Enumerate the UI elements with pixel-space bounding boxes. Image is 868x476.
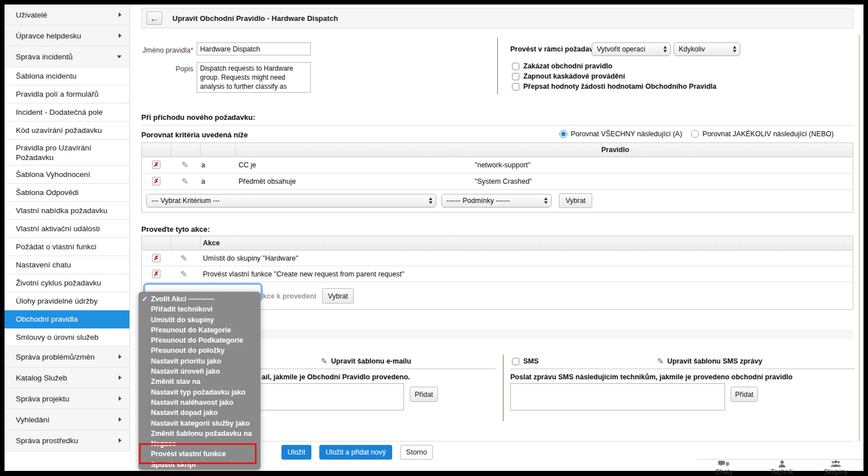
sidebar-item-label: Šablona Odpovědi <box>16 188 79 197</box>
criteria-picker-row: --- Vybrat Kritérium --- ------ Podmínky… <box>142 190 853 212</box>
menu-item-set-level[interactable]: Nastavit úroveň jako <box>138 366 261 377</box>
incoming-request-heading: Při příchodu nového požadavku: <box>141 113 255 122</box>
checkbox[interactable] <box>512 358 519 365</box>
rule-name-input[interactable] <box>197 42 311 55</box>
sidebar-group-sprava-prostredku[interactable]: Správa prostředku <box>5 430 129 451</box>
menu-item-change-template[interactable]: Změnit šablonu požadavku na <box>138 429 261 439</box>
menu-item-label: Nastavit prioritu jako <box>151 357 221 365</box>
delete-row-icon[interactable]: ✗ <box>152 270 160 278</box>
sidebar-item-pravidla-uzavirani[interactable]: Pravidla pro Uzavírání Požadavku <box>5 140 129 166</box>
menu-item-label: Změnit stav na <box>151 378 201 386</box>
menu-item-set-urgency[interactable]: Nastavit naléhavost jako <box>138 397 261 408</box>
menu-item-choose-action[interactable]: ✓Zvolit Akci ----------- <box>138 294 261 304</box>
sidebar-group-uzivatele[interactable]: Uživatelé <box>5 5 129 25</box>
menu-item-set-impact[interactable]: Nastavit dopad jako <box>138 408 261 418</box>
edit-row-icon[interactable]: ✎ <box>181 160 189 170</box>
sms-technicians-textarea[interactable] <box>510 383 725 410</box>
sidebar-item-label: Kód uzavírání požadavku <box>16 126 102 135</box>
statusbar-technician[interactable]: Technik <box>763 460 801 476</box>
statusbar-groups[interactable]: Skupiny <box>817 460 854 476</box>
match-mode-radios: Porovnat VŠECHNY následující (A) Porovna… <box>559 130 854 138</box>
match-criteria-heading: Porovnat kritéria uvedená níže <box>141 131 248 139</box>
radio-icon[interactable] <box>691 130 699 138</box>
delete-row-icon[interactable]: ✗ <box>152 177 160 185</box>
criteria-choose-button[interactable]: Vybrat <box>559 193 592 208</box>
cancel-button[interactable]: Storno <box>400 445 433 460</box>
sidebar-group-vyhledani[interactable]: Vyhledání <box>5 409 129 430</box>
sidebar-item-ulohy-udrzby[interactable]: Úlohy pravidelné údržby <box>5 292 129 310</box>
edit-row-icon[interactable]: ✎ <box>180 269 188 279</box>
schedule-select[interactable]: Kdykoliv <box>674 42 740 56</box>
sidebar-group-katalog-sluzeb[interactable]: Katalog Služeb <box>5 367 129 388</box>
checkbox[interactable] <box>512 83 519 90</box>
sidebar-item-sablona-vyhodnoceni[interactable]: Šablona Vyhodnocení <box>5 166 129 184</box>
sidebar-item-zivotni-cyklus[interactable]: Životní cyklus požadavku <box>5 274 129 292</box>
sidebar-item-vlastni-nabidka[interactable]: Vlastní nabídka požadavku <box>5 202 129 220</box>
sms-template-header[interactable]: ✎ Upravit šablonu SMS zprávy <box>657 357 762 366</box>
operation-select-value: Vytvořit operaci <box>597 45 645 53</box>
checkbox[interactable] <box>512 63 519 70</box>
disable-rule-option[interactable]: Zakázat obchodní pravidlo <box>512 62 613 70</box>
sidebar-item-sablona-odpovedi[interactable]: Šablona Odpovědi <box>5 184 129 202</box>
menu-item-place-in-group[interactable]: Umístit do skupiny <box>138 315 261 325</box>
match-all-radio[interactable]: Porovnat VŠECHNY následující (A) <box>559 130 682 138</box>
menu-item-move-to-subcategory[interactable]: Přesunout do Podkategorie <box>138 335 261 345</box>
save-and-add-button[interactable]: Uložit a přidat nový <box>319 445 392 460</box>
delete-row-icon[interactable]: ✗ <box>152 254 160 262</box>
sidebar-group-label: Úpravce helpdesku <box>16 32 81 40</box>
menu-item-set-request-type[interactable]: Nastavit typ požadavku jako <box>138 387 261 397</box>
edit-row-icon[interactable]: ✎ <box>181 176 189 187</box>
criterion-select[interactable]: --- Vybrat Kritérium --- <box>146 194 436 207</box>
sidebar-group-sprava-incidentu[interactable]: Správa incidentů <box>5 46 129 67</box>
checkbox[interactable] <box>512 73 519 80</box>
edit-row-icon[interactable]: ✎ <box>180 253 188 263</box>
sidebar-item-aktivacni-udalosti[interactable]: Vlastní aktivační události <box>5 220 129 238</box>
sidebar-item-sablona-incidentu[interactable]: Šablona incidentu <box>5 67 129 85</box>
menu-item-move-to-item[interactable]: Přesunout do položky <box>138 345 261 356</box>
sidebar-group-sprava-projektu[interactable]: Správa projektu <box>5 388 129 409</box>
menu-item-move-to-category[interactable]: Přesunout do Kategorie <box>138 325 261 335</box>
sms-checkbox-row[interactable]: SMS <box>512 357 539 365</box>
radio-selected-icon[interactable] <box>559 130 567 138</box>
edit-template-icon: ✎ <box>657 357 664 366</box>
menu-item-set-priority[interactable]: Nastavit prioritu jako <box>138 356 261 366</box>
actions-table-header: Akce <box>142 236 853 250</box>
operation-select[interactable]: Vytvořit operaci <box>592 42 671 56</box>
back-button[interactable]: ← <box>146 11 162 25</box>
radio-label: Porovnat JAKÉKOLIV následující (NEBO) <box>702 130 834 138</box>
sidebar-item-smlouvy-sluzeb[interactable]: Smlouvy o úrovni služeb <box>5 328 129 347</box>
save-button[interactable]: Uložit <box>281 445 311 460</box>
description-textarea[interactable]: Dispatch requests to Hardware group. Req… <box>197 62 311 93</box>
email-add-button[interactable]: Přidat <box>410 387 438 402</box>
menu-item-set-service-category[interactable]: Nastavit kategorii služby jako <box>138 418 261 429</box>
sidebar-item-obchodni-pravidla[interactable]: Obchodní pravidla <box>5 310 129 328</box>
conditions-select[interactable]: ------ Podmínky ------ <box>441 194 552 207</box>
select-stepper-icon <box>429 197 432 204</box>
delete-row-icon[interactable]: ✗ <box>152 161 160 169</box>
menu-item-change-status[interactable]: Změnit stav na <box>138 377 261 387</box>
section-divider <box>141 125 853 126</box>
application-window: Uživatelé Úpravce helpdesku Správa incid… <box>0 0 868 476</box>
statusbar-chats[interactable]: Chaty <box>705 460 743 476</box>
sms-add-button[interactable]: Přidat <box>731 387 758 402</box>
back-arrow-icon: ← <box>150 14 159 23</box>
sidebar-item-pozadat-funkci[interactable]: Požádat o vlastní funkci <box>5 238 129 256</box>
overwrite-values-option[interactable]: Přepsat hodnoty žádosti hodnotami Obchod… <box>512 83 717 90</box>
actions-choose-button[interactable]: Vybrat <box>322 288 354 304</box>
action-select-menu: ✓Zvolit Akci ----------- Přiřadit techni… <box>138 292 261 470</box>
sidebar-item-pravidla-poli[interactable]: Pravidla polí a formulářů <box>5 85 129 103</box>
cascade-option[interactable]: Zapnout kaskádové provádění <box>512 72 625 80</box>
sidebar-item-kod-uzavirani[interactable]: Kód uzavírání požadavku <box>5 122 129 140</box>
sms-dotted-divider <box>510 369 854 369</box>
action-row: ✗ ✎ Provést vlastní funkce "Create new r… <box>142 266 853 282</box>
menu-item-assign-technician[interactable]: Přiřadit technikovi <box>138 304 261 314</box>
match-any-radio[interactable]: Porovnat JAKÉKOLIV následující (NEBO) <box>691 130 834 138</box>
sidebar-group-sprava-problemu[interactable]: Správa problémů/změn <box>5 347 129 367</box>
email-template-header[interactable]: ✎ Upravit šablonu e-mailu <box>321 357 411 366</box>
sidebar-group-label: Správa problémů/změn <box>16 353 95 361</box>
sidebar-item-dodatecna-pole[interactable]: Incident - Dodatečná pole <box>5 103 129 122</box>
sidebar-group-upravce-helpdesku[interactable]: Úpravce helpdesku <box>5 25 129 46</box>
sidebar-item-nastaveni-chatu[interactable]: Nastavení chatu <box>5 256 129 274</box>
button-label: Přidat <box>415 391 433 399</box>
action-text: Umístit do skupiny "Hardware" <box>203 254 298 262</box>
